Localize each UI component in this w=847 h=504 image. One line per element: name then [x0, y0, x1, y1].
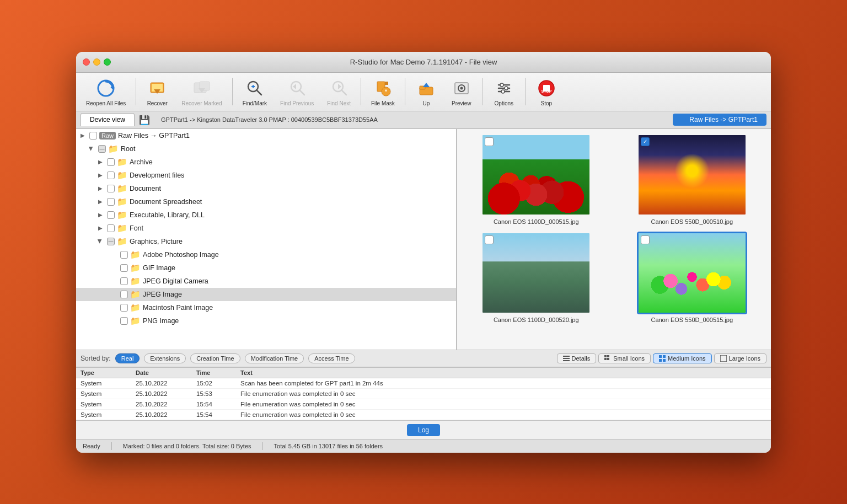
- details-view-button[interactable]: Details: [557, 353, 597, 363]
- log-table: Type Date Time Text System 25.10.2022 15…: [76, 367, 771, 420]
- find-previous-icon: [286, 77, 308, 99]
- medium-icons-view-button[interactable]: Medium Icons: [653, 353, 711, 363]
- log-row-2[interactable]: System 25.10.2022 15:54 File enumeration…: [76, 399, 771, 410]
- thumbnail-item-3[interactable]: Canon EOS 1100D_000520.jpg: [462, 232, 611, 323]
- tree-item-gif-image[interactable]: 📁 GIF Image: [76, 261, 456, 275]
- tree-item-document[interactable]: ▶ 📁 Document: [76, 182, 456, 195]
- find-next-button[interactable]: Find Next: [321, 75, 356, 109]
- log-row-1[interactable]: System 25.10.2022 15:53 File enumeration…: [76, 389, 771, 399]
- tree-item-png-image[interactable]: 📁 PNG Image: [76, 314, 456, 328]
- checkbox-jpeg-digital-camera[interactable]: [120, 277, 128, 285]
- thumbnail-item-4[interactable]: Canon EOS 550D_000515.jpg: [618, 232, 767, 323]
- tree-item-adobe-photoshop[interactable]: 📁 Adobe Photoshop Image: [76, 248, 456, 261]
- thumb-checkbox-3[interactable]: [485, 235, 494, 244]
- thumb-checkbox-2[interactable]: ✓: [641, 137, 650, 146]
- checkbox-archive[interactable]: [107, 158, 115, 166]
- thumb-wrapper-2[interactable]: ✓: [637, 133, 747, 216]
- find-next-icon: [328, 77, 350, 99]
- raw-files-tab[interactable]: Raw Files -> GPTPart1: [673, 114, 766, 126]
- reopen-all-files-button[interactable]: Reopen All Files: [81, 75, 131, 109]
- expand-document[interactable]: ▶: [96, 184, 105, 193]
- sort-extensions-button[interactable]: Extensions: [144, 353, 186, 363]
- checkbox-font[interactable]: [107, 224, 115, 232]
- checkbox-graphics-picture[interactable]: —: [107, 238, 115, 245]
- device-view-tab[interactable]: Device view: [81, 113, 135, 126]
- tree-item-document-spreadsheet[interactable]: ▶ 📁 Document Spreadsheet: [76, 195, 456, 208]
- recover-button[interactable]: Recover: [141, 75, 174, 109]
- options-button[interactable]: Options: [487, 75, 521, 109]
- thumbnail-item-2[interactable]: ✓ Canon EOS 550D_000510.jpg: [618, 133, 767, 225]
- thumb-checkbox-4[interactable]: [641, 235, 650, 244]
- expand-root[interactable]: ▶: [87, 144, 96, 153]
- tree-item-root[interactable]: ▶ — 📁 Root: [76, 142, 456, 156]
- close-button[interactable]: [83, 58, 90, 66]
- expand-graphics-picture[interactable]: ▶: [96, 237, 105, 246]
- find-previous-button[interactable]: Find Previous: [275, 75, 319, 109]
- expand-archive[interactable]: ▶: [96, 158, 105, 167]
- large-icons-view-button[interactable]: Large Icons: [714, 353, 766, 363]
- find-next-label: Find Next: [327, 100, 351, 106]
- expand-executable[interactable]: ▶: [96, 211, 105, 219]
- checkbox-adobe-photoshop[interactable]: [120, 251, 128, 259]
- thumb-wrapper-4[interactable]: [637, 232, 747, 314]
- folder-icon-document-spreadsheet: 📁: [117, 197, 127, 207]
- tree-item-graphics-picture[interactable]: ▶ — 📁 Graphics, Picture: [76, 235, 456, 248]
- expand-raw-root[interactable]: ▶: [78, 131, 87, 140]
- log-row-0[interactable]: System 25.10.2022 15:02 Scan has been co…: [76, 378, 771, 389]
- thumb-wrapper-1[interactable]: [481, 133, 591, 216]
- toolbar-separator-6: [525, 78, 526, 105]
- expand-font[interactable]: ▶: [96, 224, 105, 233]
- thumb-wrapper-3[interactable]: [481, 232, 591, 314]
- checkbox-development-files[interactable]: [107, 171, 115, 179]
- up-button[interactable]: Up: [410, 75, 443, 109]
- checkbox-executable[interactable]: [107, 211, 115, 219]
- tree-item-jpeg-image[interactable]: 📁 JPEG Image: [76, 288, 456, 301]
- tree-item-font[interactable]: ▶ 📁 Font: [76, 222, 456, 235]
- thumb-name-4: Canon EOS 550D_000515.jpg: [651, 317, 733, 323]
- log-text-0: Scan has been completed for GPT part1 in…: [240, 380, 766, 387]
- stop-button[interactable]: STOP Stop: [530, 75, 563, 109]
- sort-access-time-button[interactable]: Access Time: [308, 353, 355, 363]
- tree-label-jpeg-digital-camera: JPEG Digital Camera: [143, 277, 208, 285]
- checkbox-document-spreadsheet[interactable]: [107, 198, 115, 206]
- checkbox-document[interactable]: [107, 185, 115, 192]
- folder-icon-executable: 📁: [117, 210, 127, 220]
- tree-item-jpeg-digital-camera[interactable]: 📁 JPEG Digital Camera: [76, 275, 456, 288]
- file-mask-label: File Mask: [371, 100, 395, 106]
- expand-document-spreadsheet[interactable]: ▶: [96, 197, 105, 206]
- checkbox-jpeg-image[interactable]: [120, 291, 128, 298]
- reopen-icon: [95, 77, 117, 99]
- tree-item-raw-root[interactable]: ▶ Raw Raw Files → GPTPart1: [76, 129, 456, 142]
- log-row-3[interactable]: System 25.10.2022 15:54 File enumeration…: [76, 410, 771, 420]
- tree-item-macintosh-paint[interactable]: 📁 Macintosh Paint Image: [76, 301, 456, 314]
- checkbox-png-image[interactable]: [120, 317, 128, 325]
- thumb-image-1: [483, 135, 589, 215]
- checkbox-raw-root[interactable]: [89, 132, 97, 140]
- sort-creation-time-button[interactable]: Creation Time: [190, 353, 240, 363]
- thumbnail-item-1[interactable]: Canon EOS 1100D_000515.jpg: [462, 133, 611, 225]
- folder-icon-document: 📁: [117, 184, 127, 194]
- checkbox-gif-image[interactable]: [120, 264, 128, 272]
- thumb-checkbox-1[interactable]: [485, 137, 494, 146]
- file-mask-button[interactable]: * File Mask: [366, 75, 400, 109]
- tree-item-development-files[interactable]: ▶ 📁 Development files: [76, 169, 456, 182]
- sort-modification-time-button[interactable]: Modification Time: [245, 353, 304, 363]
- minimize-button[interactable]: [93, 58, 100, 66]
- preview-button[interactable]: Preview: [445, 75, 478, 109]
- checkbox-macintosh-paint[interactable]: [120, 304, 128, 312]
- small-icons-view-button[interactable]: Small Icons: [598, 353, 651, 363]
- tree-item-archive[interactable]: ▶ 📁 Archive: [76, 156, 456, 169]
- thumbnail-pane[interactable]: Canon EOS 1100D_000515.jpg ✓ Canon EOS 5…: [457, 129, 771, 350]
- tree-item-executable[interactable]: ▶ 📁 Executable, Library, DLL: [76, 208, 456, 222]
- marked-info: Marked: 0 files and 0 folders. Total siz…: [123, 443, 251, 449]
- expand-development-files[interactable]: ▶: [96, 171, 105, 180]
- checkbox-root[interactable]: —: [98, 145, 106, 153]
- file-tree-sidebar[interactable]: ▶ Raw Raw Files → GPTPart1 ▶ — 📁 Root ▶ …: [76, 129, 457, 350]
- maximize-button[interactable]: [104, 58, 111, 66]
- find-mark-button[interactable]: Find/Mark: [237, 75, 272, 109]
- breadcrumb-path: GPTPart1 -> Kingston DataTraveler 3.0 PM…: [154, 116, 671, 123]
- log-button[interactable]: Log: [407, 424, 440, 436]
- recover-marked-button[interactable]: Recover Marked: [176, 75, 227, 109]
- titlebar: R-Studio for Mac Demo 7.1.191047 - File …: [76, 52, 771, 73]
- sort-real-button[interactable]: Real: [115, 353, 140, 363]
